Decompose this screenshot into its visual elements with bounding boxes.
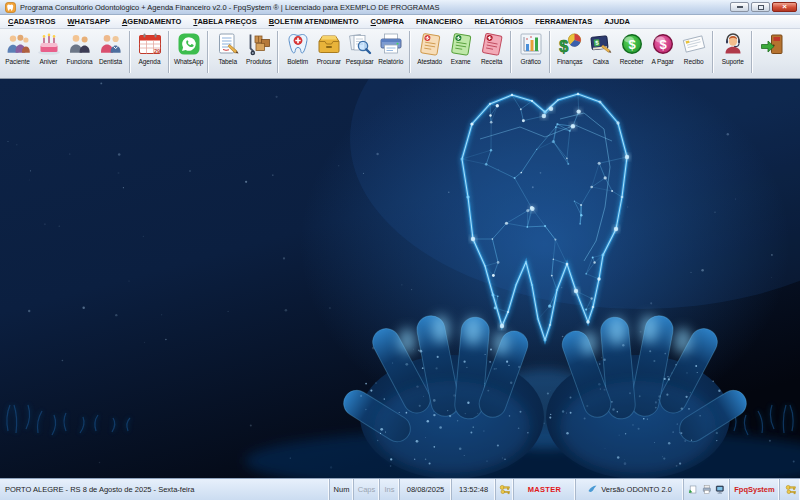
toolbar-button-financas[interactable]: $ Finanças [554,30,585,65]
toolbar-button-relatorio[interactable]: Relatório [375,30,406,65]
toolbar-label: Finanças [557,58,583,65]
toolbar-separator [277,31,279,73]
status-tools-cell [684,479,730,500]
toolbar-button-whatsapp[interactable]: WhatsApp [173,30,204,65]
certificate-note-icon [417,31,443,57]
receipt-icon [681,31,707,57]
status-user: MASTER [514,479,576,500]
toolbar-label: Boletim [287,58,308,65]
toolbar-button-tabela[interactable]: Tabela [212,30,243,65]
monitor-icon[interactable] [715,484,725,495]
document-icon[interactable] [688,484,698,495]
toolbar-button-agenda[interactable]: 29 Agenda [134,30,165,65]
toolbar-separator [129,31,131,73]
staff-icon [67,31,93,57]
status-numlock: Num [330,479,354,500]
toolbar-label: A Pagar [651,58,673,65]
digital-tooth-hologram-artwork [0,79,800,478]
window-controls: × [730,2,797,12]
toolbar-separator [207,31,209,73]
status-keys-cell [496,479,514,500]
toolbar-button-aniver[interactable]: Aniver [33,30,64,65]
printer-icon[interactable] [702,484,712,495]
application-window: Programa Consultório Odontológico + Agen… [0,0,800,500]
toolbar-label: Funciona [67,58,93,65]
status-version-cell: Versão ODONTO 2.0 [576,479,684,500]
prescription-note-icon [479,31,505,57]
status-capslock: Caps [354,479,380,500]
toolbar-label: Receita [481,58,502,65]
bar-chart-icon [518,31,544,57]
price-table-icon [215,31,241,57]
toolbar-label: Pesquisar [346,58,374,65]
toolbar-label: Caixa [593,58,609,65]
toolbar-button-suporte[interactable]: Suporte [717,30,748,65]
toolbar-button-exame[interactable]: Exame [445,30,476,65]
toolbar-label: Recibo [684,58,704,65]
menu-compra[interactable]: COMPRA [365,16,410,27]
dentists-icon [98,31,124,57]
status-time: 13:52:48 [452,479,496,500]
toolbar-button-produtos[interactable]: Produtos [243,30,274,65]
toolbar-label: Atestado [417,58,442,65]
search-documents-icon [347,31,373,57]
status-location-date: PORTO ALEGRE - RS 8 de Agosto de 2025 - … [0,479,330,500]
menu-ferramentas[interactable]: FERRAMENTAS [529,16,598,27]
toolbar-label: Paciente [5,58,30,65]
status-date: 08/08/2025 [400,479,452,500]
toolbar-button-pesquisar[interactable]: Pesquisar [344,30,375,65]
finance-pie-icon: $ [557,31,583,57]
menu-boletim-atendimento[interactable]: BOLETIM ATENDIMENTO [263,16,365,27]
minimize-button[interactable] [730,2,749,12]
main-canvas [0,79,800,478]
toolbar-button-receita[interactable]: Receita [476,30,507,65]
toolbar-label: Agenda [139,58,161,65]
menu-ajuda[interactable]: AJUDA [598,16,636,27]
toolbar-button-dentista[interactable]: Dentista [95,30,126,65]
menu-whatsapp[interactable]: WHATSAPP [62,16,116,27]
toolbar-label: Procurar [317,58,341,65]
window-title: Programa Consultório Odontológico + Agen… [20,3,440,12]
toolbar-separator [510,31,512,73]
menu-financeiro[interactable]: FINANCEIRO [410,16,469,27]
toolbar-button-atestado[interactable]: Atestado [414,30,445,65]
toolbar-label: WhatsApp [174,58,203,65]
calendar-icon: 29 [137,31,163,57]
toolbar: Paciente Aniver Funciona [0,29,800,79]
tooth-cross-icon [285,31,311,57]
toolbar-label: Suporte [722,58,744,65]
patients-icon [5,31,31,57]
toolbar-button-grafico[interactable]: Gráfico [515,30,546,65]
close-button[interactable]: × [772,2,797,12]
toolbar-label: Aniver [40,58,58,65]
toolbar-separator [409,31,411,73]
toolbar-button-exit[interactable] [756,30,787,58]
toolbar-button-recibo[interactable]: Recibo [678,30,709,65]
toolbar-button-funcionario[interactable]: Funciona [64,30,95,65]
svg-text:29: 29 [153,48,159,54]
pay-coin-icon: $ [650,31,676,57]
toolbar-button-receber[interactable]: $ Receber [616,30,647,65]
products-cart-icon [246,31,272,57]
svg-text:$: $ [559,37,569,56]
whatsapp-icon [176,31,202,57]
toolbar-button-procurar[interactable]: Procurar [313,30,344,65]
restore-button[interactable] [751,2,770,12]
svg-text:$: $ [659,37,667,52]
toolbar-label: Receber [620,58,644,65]
menu-relatorios[interactable]: RELATÓRIOS [469,16,530,27]
toolbar-button-paciente[interactable]: Paciente [2,30,33,65]
app-icon [5,2,16,13]
status-brand: FpqSystem [730,479,780,500]
menu-agendamento[interactable]: AGENDAMENTO [116,16,187,27]
exit-door-icon [759,31,785,57]
toolbar-button-caixa[interactable]: $ Caixa [585,30,616,65]
menu-cadastros[interactable]: CADASTROS [2,16,62,27]
exam-note-icon [448,31,474,57]
toolbar-separator [168,31,170,73]
toolbar-button-boletim[interactable]: Boletim [282,30,313,65]
toolbar-button-a-pagar[interactable]: $ A Pagar [647,30,678,65]
menu-tabela-precos[interactable]: TABELA PREÇOS [187,16,262,27]
toolbar-separator [712,31,714,73]
close-icon: × [782,3,787,11]
